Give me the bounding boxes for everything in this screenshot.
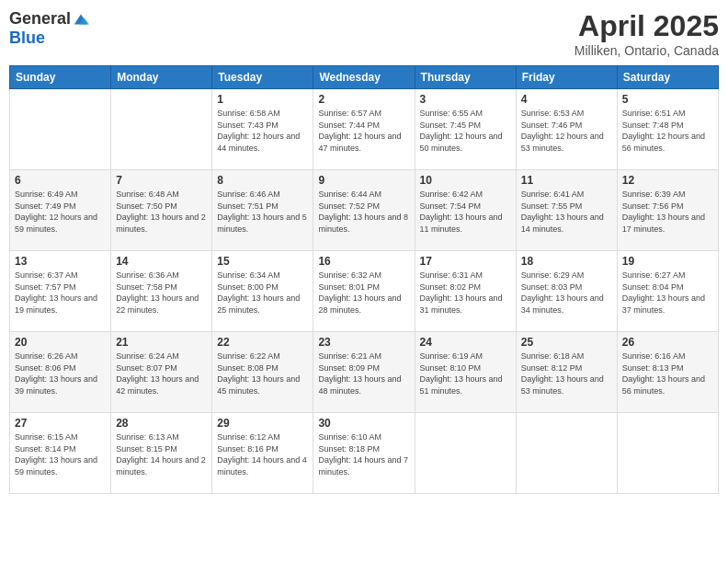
calendar-cell: 16 Sunrise: 6:32 AM Sunset: 8:01 PM Dayl… (313, 251, 415, 332)
day-number: 18 (521, 255, 612, 268)
day-info: Sunrise: 6:58 AM Sunset: 7:43 PM Dayligh… (217, 108, 308, 154)
header-saturday: Saturday (617, 66, 718, 89)
day-info: Sunrise: 6:44 AM Sunset: 7:52 PM Dayligh… (318, 189, 409, 235)
logo-blue: Blue (9, 29, 45, 47)
day-number: 24 (420, 336, 511, 349)
weekday-header-row: Sunday Monday Tuesday Wednesday Thursday… (10, 66, 719, 89)
calendar-cell: 23 Sunrise: 6:21 AM Sunset: 8:09 PM Dayl… (313, 332, 415, 413)
day-number: 11 (521, 174, 612, 187)
day-info: Sunrise: 6:37 AM Sunset: 7:57 PM Dayligh… (15, 270, 106, 316)
calendar-cell: 18 Sunrise: 6:29 AM Sunset: 8:03 PM Dayl… (516, 251, 617, 332)
calendar-cell: 26 Sunrise: 6:16 AM Sunset: 8:13 PM Dayl… (617, 332, 718, 413)
day-number: 10 (420, 174, 511, 187)
day-info: Sunrise: 6:26 AM Sunset: 8:06 PM Dayligh… (15, 350, 106, 396)
day-info: Sunrise: 6:53 AM Sunset: 7:46 PM Dayligh… (521, 108, 612, 154)
header-tuesday: Tuesday (212, 66, 313, 89)
day-info: Sunrise: 6:24 AM Sunset: 8:07 PM Dayligh… (116, 350, 207, 396)
calendar-cell: 21 Sunrise: 6:24 AM Sunset: 8:07 PM Dayl… (111, 332, 212, 413)
day-info: Sunrise: 6:39 AM Sunset: 7:56 PM Dayligh… (622, 189, 713, 235)
week-row-2: 6 Sunrise: 6:49 AM Sunset: 7:49 PM Dayli… (10, 170, 719, 251)
calendar-cell: 6 Sunrise: 6:49 AM Sunset: 7:49 PM Dayli… (10, 170, 111, 251)
day-info: Sunrise: 6:34 AM Sunset: 8:00 PM Dayligh… (217, 270, 308, 316)
day-number: 9 (318, 174, 409, 187)
day-info: Sunrise: 6:46 AM Sunset: 7:51 PM Dayligh… (217, 189, 308, 235)
day-info: Sunrise: 6:48 AM Sunset: 7:50 PM Dayligh… (116, 189, 207, 235)
week-row-3: 13 Sunrise: 6:37 AM Sunset: 7:57 PM Dayl… (10, 251, 719, 332)
calendar-cell: 7 Sunrise: 6:48 AM Sunset: 7:50 PM Dayli… (111, 170, 212, 251)
header-wednesday: Wednesday (313, 66, 415, 89)
day-number: 29 (217, 417, 308, 430)
calendar-cell: 20 Sunrise: 6:26 AM Sunset: 8:06 PM Dayl… (10, 332, 111, 413)
day-number: 14 (116, 255, 207, 268)
logo-icon (73, 11, 89, 28)
calendar-cell: 15 Sunrise: 6:34 AM Sunset: 8:00 PM Dayl… (212, 251, 313, 332)
title-section: April 2025 Milliken, Ontario, Canada (574, 9, 719, 58)
calendar-cell: 11 Sunrise: 6:41 AM Sunset: 7:55 PM Dayl… (516, 170, 617, 251)
day-info: Sunrise: 6:13 AM Sunset: 8:15 PM Dayligh… (116, 431, 207, 477)
day-number: 1 (217, 93, 308, 106)
day-info: Sunrise: 6:19 AM Sunset: 8:10 PM Dayligh… (420, 350, 511, 396)
day-info: Sunrise: 6:49 AM Sunset: 7:49 PM Dayligh… (15, 189, 106, 235)
day-number: 8 (217, 174, 308, 187)
day-number: 4 (521, 93, 612, 106)
day-number: 23 (318, 336, 409, 349)
logo-general: General (9, 9, 71, 29)
day-info: Sunrise: 6:42 AM Sunset: 7:54 PM Dayligh… (420, 189, 511, 235)
header: General Blue April 2025 Milliken, Ontari… (9, 9, 719, 58)
calendar-cell: 4 Sunrise: 6:53 AM Sunset: 7:46 PM Dayli… (516, 89, 617, 170)
day-info: Sunrise: 6:21 AM Sunset: 8:09 PM Dayligh… (318, 350, 409, 396)
header-monday: Monday (111, 66, 212, 89)
calendar-cell (617, 413, 718, 494)
day-number: 2 (318, 93, 409, 106)
calendar-cell: 17 Sunrise: 6:31 AM Sunset: 8:02 PM Dayl… (415, 251, 516, 332)
day-info: Sunrise: 6:15 AM Sunset: 8:14 PM Dayligh… (15, 431, 106, 477)
day-number: 17 (420, 255, 511, 268)
page: General Blue April 2025 Milliken, Ontari… (0, 0, 728, 563)
day-info: Sunrise: 6:10 AM Sunset: 8:18 PM Dayligh… (318, 431, 409, 477)
day-info: Sunrise: 6:16 AM Sunset: 8:13 PM Dayligh… (622, 350, 713, 396)
calendar-cell: 3 Sunrise: 6:55 AM Sunset: 7:45 PM Dayli… (415, 89, 516, 170)
day-info: Sunrise: 6:51 AM Sunset: 7:48 PM Dayligh… (622, 108, 713, 154)
day-number: 22 (217, 336, 308, 349)
day-number: 13 (15, 255, 106, 268)
day-info: Sunrise: 6:12 AM Sunset: 8:16 PM Dayligh… (217, 431, 308, 477)
day-info: Sunrise: 6:55 AM Sunset: 7:45 PM Dayligh… (420, 108, 511, 154)
calendar-cell: 29 Sunrise: 6:12 AM Sunset: 8:16 PM Dayl… (212, 413, 313, 494)
calendar-cell: 12 Sunrise: 6:39 AM Sunset: 7:56 PM Dayl… (617, 170, 718, 251)
day-number: 28 (116, 417, 207, 430)
day-number: 6 (15, 174, 106, 187)
day-info: Sunrise: 6:57 AM Sunset: 7:44 PM Dayligh… (318, 108, 409, 154)
calendar-cell (10, 89, 111, 170)
day-number: 16 (318, 255, 409, 268)
calendar-cell: 24 Sunrise: 6:19 AM Sunset: 8:10 PM Dayl… (415, 332, 516, 413)
calendar-cell (111, 89, 212, 170)
calendar-cell: 30 Sunrise: 6:10 AM Sunset: 8:18 PM Dayl… (313, 413, 415, 494)
calendar-cell (516, 413, 617, 494)
calendar-cell: 9 Sunrise: 6:44 AM Sunset: 7:52 PM Dayli… (313, 170, 415, 251)
header-friday: Friday (516, 66, 617, 89)
calendar-cell: 1 Sunrise: 6:58 AM Sunset: 7:43 PM Dayli… (212, 89, 313, 170)
day-number: 15 (217, 255, 308, 268)
subtitle: Milliken, Ontario, Canada (574, 43, 719, 58)
calendar-cell: 8 Sunrise: 6:46 AM Sunset: 7:51 PM Dayli… (212, 170, 313, 251)
day-info: Sunrise: 6:32 AM Sunset: 8:01 PM Dayligh… (318, 270, 409, 316)
calendar-cell: 5 Sunrise: 6:51 AM Sunset: 7:48 PM Dayli… (617, 89, 718, 170)
calendar-cell: 28 Sunrise: 6:13 AM Sunset: 8:15 PM Dayl… (111, 413, 212, 494)
calendar-cell: 13 Sunrise: 6:37 AM Sunset: 7:57 PM Dayl… (10, 251, 111, 332)
day-number: 30 (318, 417, 409, 430)
main-title: April 2025 (574, 9, 719, 43)
calendar-cell: 27 Sunrise: 6:15 AM Sunset: 8:14 PM Dayl… (10, 413, 111, 494)
day-number: 20 (15, 336, 106, 349)
day-info: Sunrise: 6:31 AM Sunset: 8:02 PM Dayligh… (420, 270, 511, 316)
day-info: Sunrise: 6:27 AM Sunset: 8:04 PM Dayligh… (622, 270, 713, 316)
day-number: 7 (116, 174, 207, 187)
calendar-cell: 2 Sunrise: 6:57 AM Sunset: 7:44 PM Dayli… (313, 89, 415, 170)
day-number: 27 (15, 417, 106, 430)
header-thursday: Thursday (415, 66, 516, 89)
day-info: Sunrise: 6:29 AM Sunset: 8:03 PM Dayligh… (521, 270, 612, 316)
header-sunday: Sunday (10, 66, 111, 89)
day-number: 12 (622, 174, 713, 187)
day-info: Sunrise: 6:36 AM Sunset: 7:58 PM Dayligh… (116, 270, 207, 316)
day-info: Sunrise: 6:41 AM Sunset: 7:55 PM Dayligh… (521, 189, 612, 235)
calendar-cell: 25 Sunrise: 6:18 AM Sunset: 8:12 PM Dayl… (516, 332, 617, 413)
